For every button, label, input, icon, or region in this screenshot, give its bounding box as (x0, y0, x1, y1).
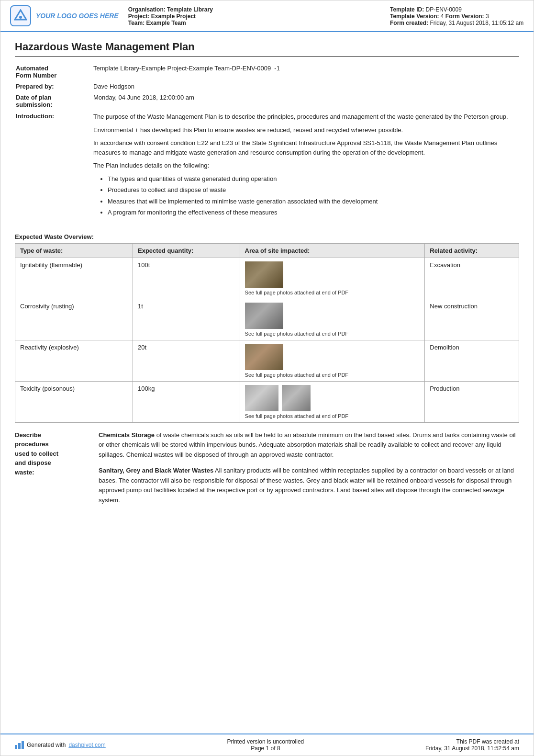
table-row: Reactivity (explosive) 20t See full page… (15, 340, 519, 381)
header-right: Template ID: DP-ENV-0009 Template Versio… (390, 5, 524, 26)
project-line: Project: Example Project (128, 13, 380, 20)
main-content: Hazardous Waste Management Plan Automate… (0, 32, 534, 733)
page: YOUR LOGO GOES HERE Organisation: Templa… (0, 0, 534, 756)
document-title: Hazardous Waste Management Plan (15, 41, 519, 56)
describe-p2: Sanitary, Grey and Black Water Wastes Al… (99, 466, 519, 506)
waste-type-1: Ignitability (flammable) (15, 258, 133, 299)
describe-content: Chemicals Storage of waste chemicals suc… (99, 430, 519, 512)
table-row: Toxicity (poisonous) 100kg See full page… (15, 381, 519, 422)
intro-p2: Environmental + has developed this Plan … (93, 125, 515, 135)
bullet-item-2: Procedures to collect and dispose of was… (108, 185, 515, 195)
intro-p3: In accordance with consent condition E22… (93, 138, 515, 157)
waste-activity-4: Production (425, 381, 519, 422)
prepared-by-value: Dave Hodgson (93, 81, 518, 91)
meta-row-introduction: Introduction: The purpose of the Waste M… (16, 111, 518, 226)
footer-right: This PDF was created at Friday, 31 Augus… (425, 738, 519, 752)
introduction-label: Introduction: (16, 111, 92, 226)
project-label: Project: (128, 13, 150, 20)
waste-qty-3: 20t (133, 340, 240, 381)
waste-type-2: Corrosivity (rusting) (15, 299, 133, 340)
svg-point-1 (19, 16, 22, 19)
waste-img-caption-3: See full page photos attached at end of … (245, 372, 420, 378)
expected-waste-title: Expected Waste Overview: (15, 233, 519, 240)
col-type: Type of waste: (15, 243, 133, 258)
waste-activity-1: Excavation (425, 258, 519, 299)
footer-link[interactable]: dashpivot.com (68, 742, 105, 748)
logo-icon (10, 5, 31, 26)
date-value: Monday, 04 June 2018, 12:00:00 am (93, 92, 518, 110)
waste-qty-4: 100kg (133, 381, 240, 422)
header-center: Organisation: Template Library Project: … (128, 5, 380, 26)
uncontrolled-text: Printed version is uncontrolled (227, 738, 304, 745)
template-id-value: DP-ENV-0009 (425, 6, 461, 13)
team-line: Team: Example Team (128, 20, 380, 26)
waste-qty-2: 1t (133, 299, 240, 340)
org-line: Organisation: Template Library (128, 6, 380, 13)
footer-logo-icon (15, 741, 24, 749)
intro-p4: The Plan includes details on the followi… (93, 161, 515, 170)
bullet-item-3: Measures that will be implemented to min… (108, 197, 515, 206)
org-value: Template Library (167, 6, 213, 13)
meta-row-form-number: AutomatedForm Number Template Library-Ex… (16, 63, 518, 80)
form-created-value: Friday, 31 August 2018, 11:05:12 am (430, 20, 523, 26)
table-row: Ignitability (flammable) 100t See full p… (15, 258, 519, 299)
template-version-line: Template Version: 4 Form Version: 3 (390, 13, 524, 20)
pdf-created-text: This PDF was created at (425, 738, 519, 745)
team-value: Example Team (146, 20, 186, 26)
table-row: Corrosivity (rusting) 1t See full page p… (15, 299, 519, 340)
pdf-created-date: Friday, 31 August 2018, 11:52:54 am (425, 745, 519, 752)
meta-table: AutomatedForm Number Template Library-Ex… (15, 62, 519, 226)
logo-area: YOUR LOGO GOES HERE (10, 5, 119, 26)
waste-img-3 (245, 344, 283, 370)
waste-activity-2: New construction (425, 299, 519, 340)
bullet-item-1: The types and quantities of waste genera… (108, 174, 515, 184)
waste-type-4: Toxicity (poisonous) (15, 381, 133, 422)
waste-area-2: See full page photos attached at end of … (240, 299, 425, 340)
waste-qty-1: 100t (133, 258, 240, 299)
waste-img-caption-4: See full page photos attached at end of … (245, 413, 420, 419)
col-quantity: Expected quantity: (133, 243, 240, 258)
template-id-line: Template ID: DP-ENV-0009 (390, 6, 524, 13)
org-label: Organisation: (128, 6, 166, 13)
template-version-value: 4 (441, 13, 444, 20)
footer-center: Printed version is uncontrolled Page 1 o… (227, 738, 304, 752)
col-area: Area of site impacted: (240, 243, 425, 258)
waste-img-caption-2: See full page photos attached at end of … (245, 331, 420, 337)
form-version-label: Form Version: (445, 13, 484, 20)
waste-table: Type of waste: Expected quantity: Area o… (15, 243, 519, 423)
waste-area-4: See full page photos attached at end of … (240, 381, 425, 422)
page-number: Page 1 of 8 (227, 745, 304, 752)
form-number-label: AutomatedForm Number (16, 63, 92, 80)
waste-img-2 (245, 303, 283, 329)
header: YOUR LOGO GOES HERE Organisation: Templa… (0, 0, 534, 32)
intro-paragraphs: The purpose of the Waste Management Plan… (93, 112, 515, 217)
bullet-item-4: A program for monitoring the effectivene… (108, 208, 515, 217)
date-label: Date of plansubmission: (16, 92, 92, 110)
form-number-value: Template Library-Example Project-Example… (93, 63, 518, 80)
footer: Generated with dashpivot.com Printed ver… (0, 733, 534, 756)
describe-p1: Chemicals Storage of waste chemicals suc… (99, 430, 519, 460)
waste-area-1: See full page photos attached at end of … (240, 258, 425, 299)
waste-img-caption-1: See full page photos attached at end of … (245, 290, 420, 295)
team-label: Team: (128, 20, 145, 26)
form-created-line: Form created: Friday, 31 August 2018, 11… (390, 20, 524, 26)
introduction-content: The purpose of the Waste Management Plan… (93, 111, 518, 226)
project-value: Example Project (151, 13, 196, 20)
waste-img-1 (245, 261, 283, 288)
prepared-by-label: Prepared by: (16, 81, 92, 91)
waste-area-3: See full page photos attached at end of … (240, 340, 425, 381)
form-created-label: Form created: (390, 20, 428, 26)
footer-left: Generated with dashpivot.com (15, 741, 106, 749)
describe-section: Describeproceduresused to collectand dis… (15, 430, 519, 512)
table-header-row: Type of waste: Expected quantity: Area o… (15, 243, 519, 258)
describe-label: Describeproceduresused to collectand dis… (15, 430, 89, 512)
intro-p1: The purpose of the Waste Management Plan… (93, 112, 515, 122)
waste-activity-3: Demolition (425, 340, 519, 381)
waste-img-4a (245, 385, 278, 411)
logo-text: YOUR LOGO GOES HERE (36, 12, 119, 20)
waste-type-3: Reactivity (explosive) (15, 340, 133, 381)
form-version-value: 3 (486, 13, 489, 20)
meta-row-date: Date of plansubmission: Monday, 04 June … (16, 92, 518, 110)
template-version-label: Template Version: (390, 13, 439, 20)
generated-text: Generated with (27, 742, 66, 748)
